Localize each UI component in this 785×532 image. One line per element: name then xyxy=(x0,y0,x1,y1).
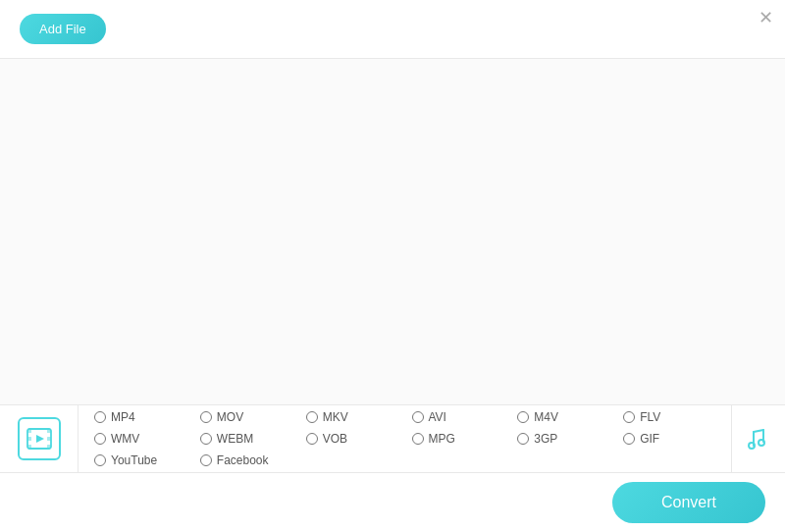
format-label-mkv: MKV xyxy=(323,410,348,424)
format-label-youtube: YouTube xyxy=(111,453,157,467)
format-option-flv[interactable]: FLV xyxy=(617,407,721,427)
format-radio-vob[interactable] xyxy=(306,433,318,445)
format-radio-facebook[interactable] xyxy=(200,454,212,466)
svg-rect-4 xyxy=(47,445,51,449)
format-label-facebook: Facebook xyxy=(217,453,269,467)
format-option-facebook[interactable]: Facebook xyxy=(194,451,298,470)
format-option-mp4[interactable]: MP4 xyxy=(88,407,192,427)
format-option-mov[interactable]: MOV xyxy=(194,407,298,427)
format-label-mp4: MP4 xyxy=(111,410,135,424)
toolbar: Add File xyxy=(0,0,785,59)
format-label-vob: VOB xyxy=(323,432,347,446)
svg-marker-7 xyxy=(36,435,44,443)
format-label-webm: WEBM xyxy=(217,432,253,446)
svg-point-11 xyxy=(749,443,755,449)
format-radio-mp4[interactable] xyxy=(94,411,106,423)
convert-button[interactable]: Convert xyxy=(612,482,765,523)
format-label-mov: MOV xyxy=(217,410,243,424)
format-option-m4v[interactable]: M4V xyxy=(511,407,615,427)
format-option-3gp[interactable]: 3GP xyxy=(511,429,615,449)
audio-icon-container xyxy=(731,404,785,473)
format-label-gif: GIF xyxy=(640,432,659,446)
svg-line-10 xyxy=(754,430,763,432)
format-bar: MP4 MOV MKV AVI M4V FLV WMV WEBM xyxy=(0,404,785,473)
format-option-youtube[interactable]: YouTube xyxy=(88,451,192,470)
format-label-avi: AVI xyxy=(429,410,446,424)
video-icon-container xyxy=(0,404,78,473)
svg-point-12 xyxy=(759,440,764,446)
format-radio-flv[interactable] xyxy=(623,411,635,423)
format-option-webm[interactable]: WEBM xyxy=(194,429,298,449)
format-radio-mpg[interactable] xyxy=(412,433,424,445)
format-option-avi[interactable]: AVI xyxy=(406,407,510,427)
action-bar: Convert xyxy=(0,473,785,532)
video-icon-box xyxy=(18,417,61,460)
svg-rect-1 xyxy=(27,429,31,433)
add-file-button[interactable]: Add File xyxy=(20,14,106,44)
format-radio-gif[interactable] xyxy=(623,433,635,445)
format-option-mpg[interactable]: MPG xyxy=(406,429,510,449)
format-label-3gp: 3GP xyxy=(534,432,557,446)
format-option-gif[interactable]: GIF xyxy=(617,429,721,449)
format-radio-wmv[interactable] xyxy=(94,433,106,445)
svg-rect-2 xyxy=(47,429,51,433)
format-label-mpg: MPG xyxy=(429,432,455,446)
content-area xyxy=(0,59,785,404)
format-radio-mkv[interactable] xyxy=(306,411,318,423)
svg-rect-6 xyxy=(47,437,51,441)
format-option-mkv[interactable]: MKV xyxy=(300,407,404,427)
format-radio-avi[interactable] xyxy=(412,411,424,423)
format-option-wmv[interactable]: WMV xyxy=(88,429,192,449)
svg-rect-3 xyxy=(27,445,31,449)
format-radio-youtube[interactable] xyxy=(94,454,106,466)
format-options: MP4 MOV MKV AVI M4V FLV WMV WEBM xyxy=(78,403,731,474)
format-radio-3gp[interactable] xyxy=(517,433,529,445)
format-option-vob[interactable]: VOB xyxy=(300,429,404,449)
format-label-flv: FLV xyxy=(640,410,660,424)
format-radio-mov[interactable] xyxy=(200,411,212,423)
svg-rect-5 xyxy=(27,437,31,441)
format-radio-webm[interactable] xyxy=(200,433,212,445)
format-radio-m4v[interactable] xyxy=(517,411,529,423)
format-label-wmv: WMV xyxy=(111,432,139,446)
format-label-m4v: M4V xyxy=(534,410,558,424)
